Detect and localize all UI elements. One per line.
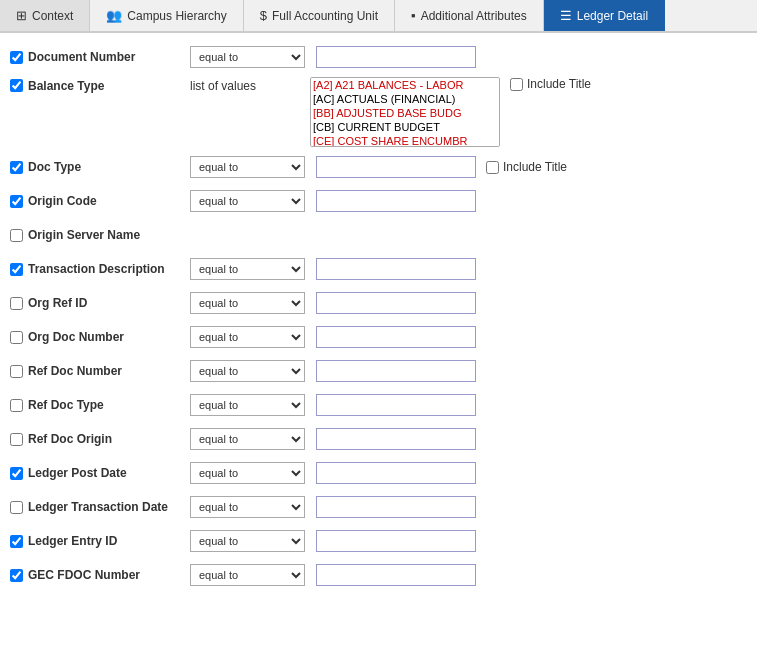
balance-type-label: Balance Type bbox=[28, 79, 104, 93]
ledger-entry-id-row: Ledger Entry ID equal to not equal to bbox=[10, 527, 747, 555]
ledger-post-date-input[interactable] bbox=[316, 462, 476, 484]
tab-full-accounting-unit[interactable]: $ Full Accounting Unit bbox=[244, 0, 395, 31]
ref-doc-number-checkbox[interactable] bbox=[10, 365, 23, 378]
balance-type-lov-label: list of values bbox=[190, 77, 310, 93]
ref-doc-number-operator[interactable]: equal to not equal to bbox=[190, 360, 305, 382]
doc-type-label: Doc Type bbox=[28, 160, 81, 174]
ledger-entry-id-operator[interactable]: equal to not equal to bbox=[190, 530, 305, 552]
tab-ledger-detail-label: Ledger Detail bbox=[577, 9, 648, 23]
ref-doc-origin-operator[interactable]: equal to not equal to bbox=[190, 428, 305, 450]
ledger-entry-id-input[interactable] bbox=[316, 530, 476, 552]
transaction-description-input[interactable] bbox=[316, 258, 476, 280]
balance-type-include-title: Include Title bbox=[510, 77, 591, 91]
ledger-entry-id-checkbox[interactable] bbox=[10, 535, 23, 548]
doc-type-input[interactable] bbox=[316, 156, 476, 178]
ref-doc-type-operator[interactable]: equal to not equal to bbox=[190, 394, 305, 416]
full-accounting-unit-icon: $ bbox=[260, 8, 267, 23]
ledger-transaction-date-row: Ledger Transaction Date equal to not equ… bbox=[10, 493, 747, 521]
ledger-post-date-label: Ledger Post Date bbox=[28, 466, 127, 480]
transaction-description-operator[interactable]: equal to not equal to bbox=[190, 258, 305, 280]
ledger-post-date-row: Ledger Post Date equal to not equal to bbox=[10, 459, 747, 487]
ledger-entry-id-label: Ledger Entry ID bbox=[28, 534, 117, 548]
ref-doc-number-label: Ref Doc Number bbox=[28, 364, 122, 378]
balance-type-checkbox[interactable] bbox=[10, 79, 23, 92]
ledger-transaction-date-checkbox[interactable] bbox=[10, 501, 23, 514]
origin-server-name-label: Origin Server Name bbox=[28, 228, 140, 242]
doc-type-include-title-label: Include Title bbox=[503, 160, 567, 174]
ref-doc-number-input[interactable] bbox=[316, 360, 476, 382]
ledger-post-date-operator[interactable]: equal to not equal to bbox=[190, 462, 305, 484]
doc-type-checkbox[interactable] bbox=[10, 161, 23, 174]
org-ref-id-operator[interactable]: equal to not equal to bbox=[190, 292, 305, 314]
tab-full-accounting-unit-label: Full Accounting Unit bbox=[272, 9, 378, 23]
ledger-transaction-date-input[interactable] bbox=[316, 496, 476, 518]
ref-doc-type-checkbox[interactable] bbox=[10, 399, 23, 412]
org-ref-id-label: Org Ref ID bbox=[28, 296, 87, 310]
doc-type-include-title: Include Title bbox=[486, 160, 567, 174]
ledger-post-date-checkbox[interactable] bbox=[10, 467, 23, 480]
org-doc-number-row: Org Doc Number equal to not equal to bbox=[10, 323, 747, 351]
doc-type-row: Doc Type equal to not equal to Include T… bbox=[10, 153, 747, 181]
org-ref-id-checkbox[interactable] bbox=[10, 297, 23, 310]
form-content: Document Number equal to not equal to gr… bbox=[0, 33, 757, 605]
ledger-transaction-date-label: Ledger Transaction Date bbox=[28, 500, 168, 514]
ref-doc-origin-row: Ref Doc Origin equal to not equal to bbox=[10, 425, 747, 453]
balance-type-row: Balance Type list of values [A2] A21 BAL… bbox=[10, 77, 747, 147]
ref-doc-origin-label: Ref Doc Origin bbox=[28, 432, 112, 446]
gec-fdoc-number-input[interactable] bbox=[316, 564, 476, 586]
additional-attributes-icon: ▪ bbox=[411, 8, 416, 23]
ledger-detail-icon: ☰ bbox=[560, 8, 572, 23]
tab-campus-hierarchy-label: Campus Hierarchy bbox=[127, 9, 226, 23]
gec-fdoc-number-operator[interactable]: equal to not equal to bbox=[190, 564, 305, 586]
balance-type-option-a2[interactable]: [A2] A21 BALANCES - LABOR bbox=[311, 78, 499, 92]
tab-campus-hierarchy[interactable]: 👥 Campus Hierarchy bbox=[90, 0, 243, 31]
document-number-row: Document Number equal to not equal to gr… bbox=[10, 43, 747, 71]
tab-context-label: Context bbox=[32, 9, 73, 23]
balance-type-include-title-checkbox[interactable] bbox=[510, 78, 523, 91]
ref-doc-type-input[interactable] bbox=[316, 394, 476, 416]
org-doc-number-input[interactable] bbox=[316, 326, 476, 348]
origin-server-name-checkbox[interactable] bbox=[10, 229, 23, 242]
balance-type-include-title-label: Include Title bbox=[527, 77, 591, 91]
tab-context[interactable]: ⊞ Context bbox=[0, 0, 90, 31]
document-number-checkbox[interactable] bbox=[10, 51, 23, 64]
origin-code-checkbox[interactable] bbox=[10, 195, 23, 208]
transaction-description-checkbox[interactable] bbox=[10, 263, 23, 276]
document-number-input[interactable] bbox=[316, 46, 476, 68]
campus-hierarchy-icon: 👥 bbox=[106, 8, 122, 23]
balance-type-option-cb[interactable]: [CB] CURRENT BUDGET bbox=[311, 120, 499, 134]
balance-type-option-bb[interactable]: [BB] ADJUSTED BASE BUDG bbox=[311, 106, 499, 120]
org-doc-number-operator[interactable]: equal to not equal to bbox=[190, 326, 305, 348]
transaction-description-label: Transaction Description bbox=[28, 262, 165, 276]
tab-ledger-detail[interactable]: ☰ Ledger Detail bbox=[544, 0, 665, 31]
gec-fdoc-number-checkbox[interactable] bbox=[10, 569, 23, 582]
origin-code-label: Origin Code bbox=[28, 194, 97, 208]
context-icon: ⊞ bbox=[16, 8, 27, 23]
ledger-transaction-date-operator[interactable]: equal to not equal to bbox=[190, 496, 305, 518]
tab-additional-attributes[interactable]: ▪ Additional Attributes bbox=[395, 0, 544, 31]
transaction-description-row: Transaction Description equal to not equ… bbox=[10, 255, 747, 283]
org-ref-id-input[interactable] bbox=[316, 292, 476, 314]
balance-type-option-ce[interactable]: [CE] COST SHARE ENCUMBR bbox=[311, 134, 499, 147]
balance-type-option-ac[interactable]: [AC] ACTUALS (FINANCIAL) bbox=[311, 92, 499, 106]
doc-type-operator[interactable]: equal to not equal to bbox=[190, 156, 305, 178]
org-doc-number-checkbox[interactable] bbox=[10, 331, 23, 344]
ref-doc-origin-checkbox[interactable] bbox=[10, 433, 23, 446]
origin-code-row: Origin Code equal to not equal to bbox=[10, 187, 747, 215]
ref-doc-origin-input[interactable] bbox=[316, 428, 476, 450]
tab-additional-attributes-label: Additional Attributes bbox=[421, 9, 527, 23]
org-doc-number-label: Org Doc Number bbox=[28, 330, 124, 344]
org-ref-id-row: Org Ref ID equal to not equal to bbox=[10, 289, 747, 317]
balance-type-select[interactable]: [A2] A21 BALANCES - LABOR [AC] ACTUALS (… bbox=[310, 77, 500, 147]
document-number-label: Document Number bbox=[28, 50, 135, 64]
top-navigation: ⊞ Context 👥 Campus Hierarchy $ Full Acco… bbox=[0, 0, 757, 33]
gec-fdoc-number-label: GEC FDOC Number bbox=[28, 568, 140, 582]
doc-type-include-title-checkbox[interactable] bbox=[486, 161, 499, 174]
origin-code-operator[interactable]: equal to not equal to bbox=[190, 190, 305, 212]
ref-doc-number-row: Ref Doc Number equal to not equal to bbox=[10, 357, 747, 385]
origin-server-name-row: Origin Server Name bbox=[10, 221, 747, 249]
origin-code-input[interactable] bbox=[316, 190, 476, 212]
ref-doc-type-label: Ref Doc Type bbox=[28, 398, 104, 412]
ref-doc-type-row: Ref Doc Type equal to not equal to bbox=[10, 391, 747, 419]
document-number-operator[interactable]: equal to not equal to greater than less … bbox=[190, 46, 305, 68]
